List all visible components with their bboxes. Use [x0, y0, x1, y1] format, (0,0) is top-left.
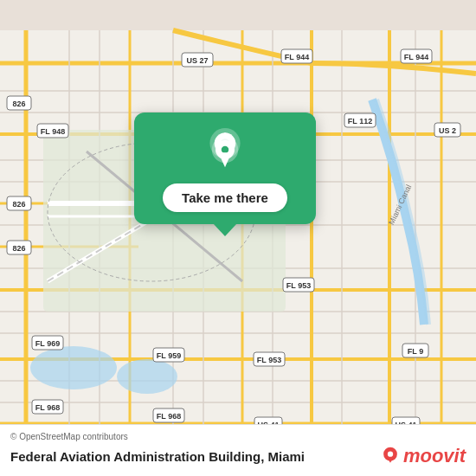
- moovit-pin-icon: [381, 447, 400, 466]
- moovit-text: moovit: [403, 445, 466, 467]
- svg-text:FL 944: FL 944: [404, 53, 428, 61]
- svg-text:FL 9: FL 9: [408, 347, 423, 356]
- svg-text:FL 959: FL 959: [157, 351, 181, 360]
- svg-text:826: 826: [12, 244, 25, 253]
- map-background: US 27 FL 944 FL 944 FL 948 FL 112 US 2 8…: [0, 0, 476, 476]
- svg-text:FL 969: FL 969: [35, 339, 60, 348]
- svg-point-85: [388, 452, 393, 457]
- location-pin-icon-2: [206, 135, 244, 173]
- svg-text:FL 944: FL 944: [285, 53, 309, 61]
- svg-point-82: [222, 146, 228, 153]
- svg-point-39: [117, 359, 177, 394]
- svg-text:FL 953: FL 953: [257, 356, 281, 364]
- svg-text:826: 826: [12, 200, 25, 209]
- location-name: Federal Aviation Administration Building…: [10, 449, 305, 464]
- svg-text:FL 968: FL 968: [35, 403, 60, 412]
- moovit-logo: moovit: [381, 445, 466, 467]
- svg-text:FL 968: FL 968: [157, 412, 181, 421]
- take-me-there-button[interactable]: Take me there: [163, 183, 287, 212]
- popup-card: Take me there: [134, 113, 316, 224]
- svg-text:FL 112: FL 112: [348, 117, 372, 125]
- location-row: Federal Aviation Administration Building…: [10, 445, 466, 467]
- bottom-bar: © OpenStreetMap contributors Federal Avi…: [0, 424, 476, 476]
- svg-text:US 27: US 27: [186, 56, 208, 65]
- svg-point-38: [30, 346, 117, 389]
- svg-text:FL 953: FL 953: [286, 281, 311, 290]
- map-container: US 27 FL 944 FL 944 FL 948 FL 112 US 2 8…: [0, 0, 476, 476]
- svg-text:FL 948: FL 948: [41, 127, 65, 136]
- svg-text:US 2: US 2: [439, 126, 456, 135]
- map-attribution: © OpenStreetMap contributors: [10, 432, 466, 441]
- svg-text:826: 826: [12, 100, 25, 108]
